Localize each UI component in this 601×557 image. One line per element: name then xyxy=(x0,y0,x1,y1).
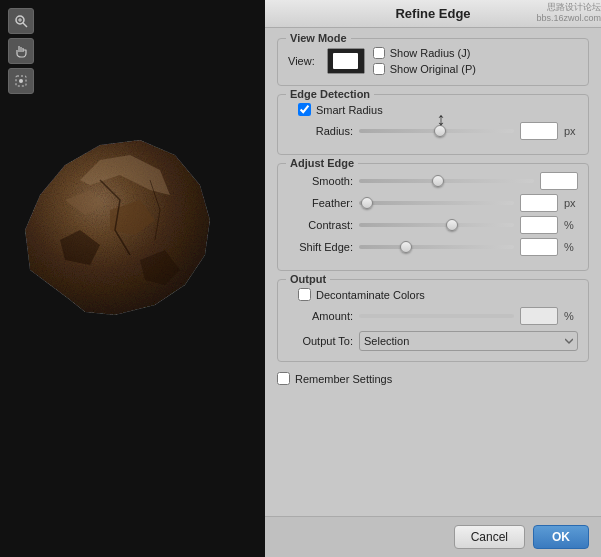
smart-radius-row: Smart Radius xyxy=(288,103,578,116)
radius-unit: px xyxy=(564,125,578,137)
view-preview-inner xyxy=(328,49,364,73)
decontaminate-row[interactable]: Decontaminate Colors xyxy=(288,288,578,301)
view-mode-section: View Mode View: Show Radius (J) Show Ori xyxy=(277,38,589,86)
smooth-thumb[interactable] xyxy=(432,175,444,187)
output-to-label: Output To: xyxy=(288,335,353,347)
contrast-thumb[interactable] xyxy=(446,219,458,231)
radius-slider-track[interactable]: ↕ xyxy=(359,129,514,133)
feather-input[interactable]: 0.0 xyxy=(520,194,558,212)
amount-unit: % xyxy=(564,310,578,322)
watermark-line1: 思路设计论坛 xyxy=(547,2,601,13)
cancel-button[interactable]: Cancel xyxy=(454,525,525,549)
radius-label: Radius: xyxy=(288,125,353,137)
radius-slider-thumb[interactable] xyxy=(434,125,446,137)
shift-edge-unit: % xyxy=(564,241,578,253)
edge-detection-label: Edge Detection xyxy=(286,88,374,100)
contrast-row: Contrast: 65 % xyxy=(288,216,578,234)
view-preview-white xyxy=(333,53,358,70)
shift-edge-label: Shift Edge: xyxy=(288,241,353,253)
refine-edge-dialog: Refine Edge 思路设计论坛 bbs.16zwol.com View M… xyxy=(265,0,601,557)
ok-button[interactable]: OK xyxy=(533,525,589,549)
amount-input[interactable] xyxy=(520,307,558,325)
remember-settings-checkbox[interactable] xyxy=(277,372,290,385)
radius-value-input[interactable]: 19.2 xyxy=(520,122,558,140)
show-original-checkbox-row[interactable]: Show Original (P) xyxy=(373,63,476,75)
decontaminate-checkbox[interactable] xyxy=(298,288,311,301)
contrast-unit: % xyxy=(564,219,578,231)
smooth-slider[interactable] xyxy=(359,179,534,183)
shift-edge-input[interactable]: -53 xyxy=(520,238,558,256)
amount-row: Amount: % xyxy=(288,307,578,325)
output-to-select[interactable]: Selection Layer Mask New Layer New Layer… xyxy=(359,331,578,351)
view-checkboxes: Show Radius (J) Show Original (P) xyxy=(373,47,476,75)
contrast-slider[interactable] xyxy=(359,223,514,227)
rock-image xyxy=(10,120,230,350)
amount-label: Amount: xyxy=(288,310,353,322)
output-section: Output Decontaminate Colors Amount: % Ou… xyxy=(277,279,589,362)
show-original-checkbox[interactable] xyxy=(373,63,385,75)
show-radius-label: Show Radius (J) xyxy=(390,47,471,59)
adjust-edge-label: Adjust Edge xyxy=(286,157,358,169)
dialog-footer: Cancel OK xyxy=(265,516,601,557)
dialog-title: Refine Edge xyxy=(395,6,470,21)
shift-edge-row: Shift Edge: -53 % xyxy=(288,238,578,256)
feather-label: Feather: xyxy=(288,197,353,209)
watermark-line2: bbs.16zwol.com xyxy=(536,13,601,24)
amount-slider[interactable] xyxy=(359,314,514,318)
smart-radius-label: Smart Radius xyxy=(316,104,383,116)
feather-row: Feather: 0.0 px xyxy=(288,194,578,212)
edge-detection-section: Edge Detection Smart Radius Radius: ↕ 19… xyxy=(277,94,589,155)
adjust-edge-section: Adjust Edge Smooth: 24 Feather: 0.0 px xyxy=(277,163,589,271)
view-text: View: xyxy=(288,55,315,67)
show-original-label: Show Original (P) xyxy=(390,63,476,75)
feather-slider[interactable] xyxy=(359,201,514,205)
svg-line-1 xyxy=(23,23,27,27)
shift-edge-thumb[interactable] xyxy=(400,241,412,253)
smooth-label: Smooth: xyxy=(288,175,353,187)
smooth-row: Smooth: 24 xyxy=(288,172,578,190)
smooth-input[interactable]: 24 xyxy=(540,172,578,190)
refine-tool[interactable] xyxy=(8,68,34,94)
contrast-label: Contrast: xyxy=(288,219,353,231)
output-label: Output xyxy=(286,273,330,285)
decontaminate-label: Decontaminate Colors xyxy=(316,289,425,301)
view-mode-row: View: Show Radius (J) Show Original (P) xyxy=(288,47,578,75)
view-preview[interactable] xyxy=(327,48,365,74)
dialog-titlebar: Refine Edge 思路设计论坛 bbs.16zwol.com xyxy=(265,0,601,28)
feather-unit: px xyxy=(564,197,578,209)
dialog-content: View Mode View: Show Radius (J) Show Ori xyxy=(265,28,601,516)
show-radius-checkbox-row[interactable]: Show Radius (J) xyxy=(373,47,476,59)
show-radius-checkbox[interactable] xyxy=(373,47,385,59)
svg-point-5 xyxy=(19,79,23,83)
watermark: 思路设计论坛 bbs.16zwol.com xyxy=(536,2,601,24)
output-to-row: Output To: Selection Layer Mask New Laye… xyxy=(288,331,578,351)
view-mode-label: View Mode xyxy=(286,32,351,44)
zoom-tool[interactable] xyxy=(8,8,34,34)
remember-settings-row[interactable]: Remember Settings xyxy=(277,370,589,387)
remember-settings-label: Remember Settings xyxy=(295,373,392,385)
tool-sidebar xyxy=(8,8,34,94)
output-content: Decontaminate Colors Amount: % Output To… xyxy=(288,288,578,351)
radius-row: Radius: ↕ 19.2 px xyxy=(288,122,578,140)
contrast-input[interactable]: 65 xyxy=(520,216,558,234)
left-panel xyxy=(0,0,265,557)
feather-thumb[interactable] xyxy=(361,197,373,209)
shift-edge-slider[interactable] xyxy=(359,245,514,249)
smart-radius-checkbox[interactable] xyxy=(298,103,311,116)
hand-tool[interactable] xyxy=(8,38,34,64)
